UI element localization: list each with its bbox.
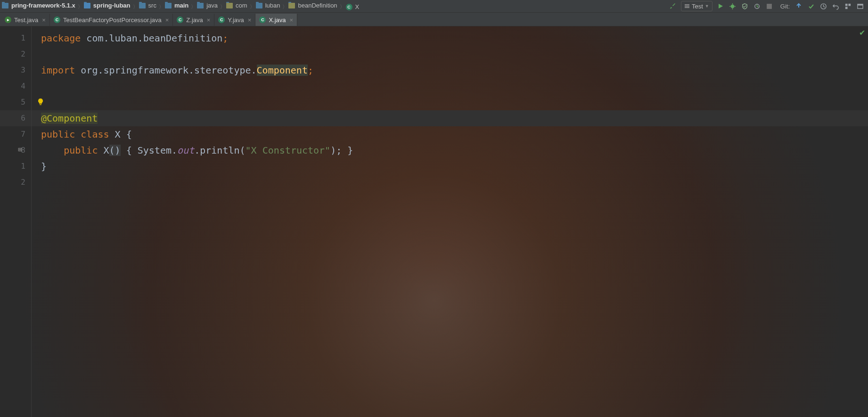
coverage-icon[interactable]	[741, 2, 749, 10]
close-icon[interactable]: ×	[165, 16, 169, 24]
line-number[interactable]: 5	[0, 94, 25, 110]
chevron-right-icon: 〉	[158, 4, 165, 9]
chevron-right-icon: 〉	[190, 4, 197, 9]
navigation-bar: pring-framework-5.1.x〉spring-luban〉src〉m…	[0, 0, 868, 13]
class-icon: C	[218, 16, 225, 23]
class-icon: ▸	[5, 16, 11, 23]
run-icon[interactable]	[716, 2, 725, 10]
code-editor[interactable]: ⊞ 1234567812 ✔ package com.luban.beanDef…	[0, 26, 868, 417]
chevron-right-icon: 〉	[281, 4, 288, 9]
chevron-down-icon: ▼	[705, 4, 709, 8]
line-number-gutter[interactable]: ⊞ 1234567812	[0, 26, 32, 417]
tab-y[interactable]: CY.java×	[214, 14, 255, 26]
chevron-right-icon: 〉	[249, 4, 256, 9]
svg-rect-10	[767, 4, 772, 9]
fold-marker-icon[interactable]: ⊞	[18, 141, 22, 157]
breadcrumb-com[interactable]: com	[226, 2, 249, 9]
debug-icon[interactable]	[729, 2, 737, 10]
svg-rect-14	[845, 7, 847, 9]
chevron-right-icon: 〉	[132, 4, 139, 9]
code-area[interactable]: package com.luban.beanDefinition; import…	[32, 26, 868, 417]
tab-label: TestBeanFactoryPostPorcessor.java	[63, 16, 162, 24]
class-icon: C	[177, 16, 183, 23]
svg-rect-17	[40, 104, 41, 105]
class-icon: C	[54, 16, 60, 23]
breadcrumb-springluban[interactable]: spring-luban	[84, 2, 132, 9]
tab-label: X.java	[269, 16, 286, 24]
history-icon[interactable]	[819, 2, 827, 10]
close-icon[interactable]: ×	[42, 16, 46, 24]
svg-rect-3	[685, 7, 689, 8]
close-icon[interactable]: ×	[290, 16, 294, 24]
profiler-icon[interactable]	[753, 2, 762, 10]
tab-test[interactable]: ▸Test.java×	[1, 14, 50, 26]
git-update-icon[interactable]	[794, 2, 803, 10]
breadcrumb-main[interactable]: main	[165, 2, 190, 9]
tab-label: Z.java	[186, 16, 203, 24]
breadcrumb-x[interactable]: CX	[346, 3, 361, 10]
tab-testbeanfactorypostporcessor[interactable]: CTestBeanFactoryPostPorcessor.java×	[50, 14, 173, 26]
line-number[interactable]: 3	[0, 62, 25, 78]
intention-bulb-icon[interactable]	[37, 98, 44, 106]
breadcrumb-luban[interactable]: luban	[256, 2, 282, 9]
svg-rect-12	[845, 3, 847, 6]
line-number[interactable]: 1	[0, 158, 25, 174]
git-label: Git:	[780, 3, 790, 10]
class-icon: C	[259, 16, 266, 23]
svg-rect-16	[857, 4, 862, 5]
breadcrumb-beandefinition[interactable]: beanDefinition	[288, 2, 338, 9]
inspection-ok-icon[interactable]: ✔	[859, 28, 865, 37]
line-number[interactable]: 1	[0, 30, 25, 46]
tab-x[interactable]: CX.java×	[255, 14, 297, 26]
close-icon[interactable]: ×	[248, 16, 252, 24]
line-number[interactable]: 6	[0, 110, 25, 126]
line-number[interactable]: 7	[0, 126, 25, 142]
svg-point-4	[731, 4, 735, 8]
project-structure-icon[interactable]	[843, 2, 852, 10]
chevron-right-icon: 〉	[219, 4, 226, 9]
run-config-label: Test	[692, 3, 703, 10]
svg-rect-13	[848, 3, 851, 6]
chevron-right-icon: 〉	[339, 4, 346, 9]
breadcrumb-pringframework51x[interactable]: pring-framework-5.1.x	[2, 2, 77, 9]
stop-icon[interactable]	[765, 2, 774, 10]
line-number[interactable]: 2	[0, 46, 25, 62]
tab-label: Y.java	[228, 16, 244, 24]
tab-z[interactable]: CZ.java×	[173, 14, 214, 26]
git-commit-icon[interactable]	[807, 2, 815, 10]
chevron-right-icon: 〉	[77, 4, 84, 9]
svg-rect-1	[685, 4, 689, 5]
revert-icon[interactable]	[831, 2, 840, 10]
run-config-selector[interactable]: Test ▼	[681, 1, 712, 11]
search-everywhere-icon[interactable]	[856, 2, 864, 10]
breadcrumb-java[interactable]: java	[197, 2, 219, 9]
line-number[interactable]: 2	[0, 174, 25, 190]
breadcrumb-src[interactable]: src	[139, 2, 158, 9]
tab-label: Test.java	[14, 16, 38, 24]
build-icon[interactable]	[669, 2, 677, 10]
line-number[interactable]: 4	[0, 78, 25, 94]
editor-tabs: ▸Test.java×CTestBeanFactoryPostPorcessor…	[0, 13, 868, 26]
svg-rect-2	[685, 6, 689, 7]
close-icon[interactable]: ×	[207, 16, 211, 24]
